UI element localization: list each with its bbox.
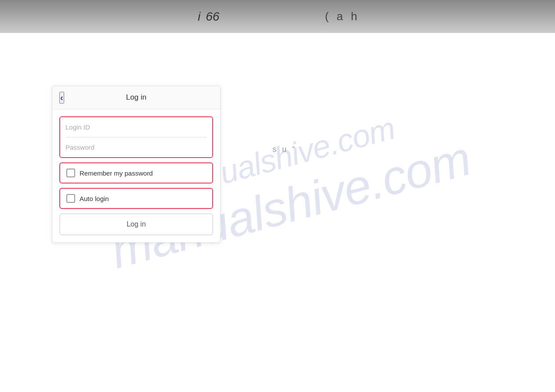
back-button[interactable]: ‹ <box>59 92 64 104</box>
login-id-input[interactable] <box>60 117 212 137</box>
top-bar-char2: 66 <box>206 10 219 24</box>
top-bar-right: ( a h <box>325 10 357 23</box>
main-content: manualshive.com manualshive.com s u “ ‹ … <box>0 33 555 392</box>
password-input[interactable] <box>60 137 212 157</box>
remember-password-checkbox[interactable] <box>66 169 75 177</box>
remember-password-row[interactable]: Remember my password <box>59 162 213 183</box>
login-button[interactable]: Log in <box>59 213 213 235</box>
login-card: ‹ Log in Remember my password Auto login <box>52 86 221 243</box>
top-bar-right-char2: a <box>337 10 343 23</box>
auto-login-label: Auto login <box>80 195 109 202</box>
remember-password-label: Remember my password <box>80 169 153 177</box>
card-title: Log in <box>126 93 146 102</box>
card-body: Remember my password Auto login Log in <box>52 109 220 242</box>
top-bar-left: i 66 <box>198 10 219 24</box>
top-bar-right-char3: h <box>351 10 357 23</box>
auto-login-checkbox[interactable] <box>66 194 75 203</box>
small-label: s u “ <box>272 145 297 154</box>
top-bar-char1: i <box>198 10 200 24</box>
card-header: ‹ Log in <box>52 86 220 109</box>
top-bar: i 66 ( a h <box>0 0 555 33</box>
credentials-input-group <box>59 116 213 158</box>
auto-login-row[interactable]: Auto login <box>59 188 213 209</box>
top-bar-right-char1: ( <box>325 10 329 23</box>
